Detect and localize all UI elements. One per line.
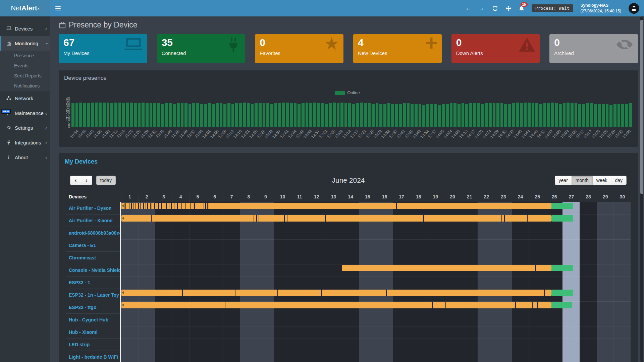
sidebar-item-settings[interactable]: Settings ‹ [0, 120, 50, 135]
grid-vline [206, 202, 206, 362]
today-column-highlight [562, 202, 580, 362]
panel-title: Device presence [59, 70, 638, 86]
day-header-9[interactable]: 9 [257, 194, 274, 202]
day-header-24[interactable]: 24 [512, 194, 529, 202]
day-header-11[interactable]: 11 [291, 194, 308, 202]
day-header-27[interactable]: 27 [563, 194, 580, 202]
grid-vline [189, 202, 190, 362]
day-header-7[interactable]: 7 [223, 194, 240, 202]
day-header-13[interactable]: 13 [325, 194, 342, 202]
weekend-column [257, 202, 274, 362]
sidebar-item-about[interactable]: i About ‹ [0, 150, 50, 165]
presence-event-now[interactable] [551, 265, 573, 271]
chart-plot: 4035302520151050 [63, 99, 632, 127]
avatar[interactable] [629, 3, 639, 14]
day-header-12[interactable]: 12 [308, 194, 325, 202]
presence-bar [239, 103, 242, 127]
card-favorites[interactable]: 0 Favorites ★ [255, 34, 343, 63]
day-header-3[interactable]: 3 [155, 194, 172, 202]
grid-vline [562, 202, 563, 362]
offline-gap-tick [177, 203, 178, 209]
device-name-link[interactable]: Hub - Xiaomi [66, 326, 120, 339]
day-header-2[interactable]: 2 [138, 194, 155, 202]
presence-event-online[interactable] [342, 265, 551, 271]
presence-bar [586, 103, 589, 127]
presence-event-now[interactable] [551, 302, 572, 308]
device-name-link[interactable]: ESP32 - ttgo [66, 301, 120, 314]
presence-bar [543, 103, 546, 127]
presence-event-online[interactable] [121, 203, 551, 209]
day-header-4[interactable]: 4 [172, 194, 189, 202]
submenu-item-sent-reports[interactable]: Sent Reports [0, 71, 50, 81]
card-down-alerts[interactable]: 0 Down Alerts [451, 34, 540, 63]
sidebar-toggle-icon[interactable] [50, 0, 66, 16]
presence-event-online[interactable] [121, 302, 551, 308]
day-header-6[interactable]: 6 [206, 194, 223, 202]
back-arrow-icon[interactable]: ← [465, 5, 471, 12]
card-new-devices[interactable]: 4 New Devices + [353, 34, 442, 63]
chevron-left-icon: ‹ [45, 26, 47, 31]
card-connected[interactable]: 35 Connected [157, 34, 246, 63]
day-header-22[interactable]: 22 [478, 194, 495, 202]
day-header-16[interactable]: 16 [376, 194, 393, 202]
forward-arrow-icon[interactable]: → [479, 5, 485, 12]
day-header-26[interactable]: 26 [546, 194, 563, 202]
day-header-10[interactable]: 10 [274, 194, 291, 202]
presence-event-now[interactable] [551, 215, 573, 222]
day-header-29[interactable]: 29 [597, 194, 614, 202]
day-header-21[interactable]: 21 [461, 194, 478, 202]
day-header-17[interactable]: 17 [393, 194, 410, 202]
sidebar-item-network[interactable]: Network [0, 91, 50, 106]
presence-event-now[interactable] [551, 290, 573, 296]
device-name-link[interactable]: Console - Nvidia Shield T [66, 264, 120, 277]
day-header-5[interactable]: 5 [189, 194, 206, 202]
device-name-link[interactable]: ESP32 - 1n - Laser Toy [66, 289, 120, 301]
day-header-15[interactable]: 15 [359, 194, 376, 202]
presence-event-now[interactable] [551, 203, 573, 209]
day-header-25[interactable]: 25 [529, 194, 546, 202]
sidebar-item-integrations[interactable]: Integrations ‹ [0, 135, 50, 150]
sidebar-item-monitoring[interactable]: Monitoring ‹ [0, 36, 50, 51]
day-header-8[interactable]: 8 [240, 194, 257, 202]
grid-vline [546, 202, 546, 362]
presence-bar [598, 104, 601, 127]
plus-icon: + [425, 34, 437, 54]
device-name-link[interactable]: Light - bedside B WiFi [66, 351, 120, 362]
day-header-20[interactable]: 20 [444, 194, 461, 202]
device-name-link[interactable]: android-68608b93a00e4 [66, 227, 120, 239]
presence-bar [368, 103, 371, 127]
app-logo[interactable]: NetAlertx [0, 0, 50, 16]
y-tick-label: 0 [68, 125, 70, 129]
submenu-item-events[interactable]: Events [0, 61, 50, 71]
day-header-28[interactable]: 28 [580, 194, 597, 202]
refresh-icon[interactable] [492, 6, 498, 11]
day-header-23[interactable]: 23 [495, 194, 512, 202]
presence-event-online[interactable] [121, 290, 551, 296]
sidebar-item-devices[interactable]: Devices ‹ [0, 21, 50, 36]
move-icon[interactable] [505, 5, 512, 11]
device-name-link[interactable]: Chromecast [66, 252, 120, 264]
device-name-link[interactable]: Air Purifier - Dyson [66, 202, 120, 215]
device-name-link[interactable]: ESP32 - 1 [66, 277, 120, 289]
sidebar-item-label: Settings [15, 125, 45, 131]
day-header-30[interactable]: 30 [614, 194, 631, 202]
chart-legend[interactable]: Online [63, 90, 632, 95]
device-name-link[interactable]: Air Purifier - Xiaomi [66, 215, 120, 227]
offline-gap-tick [256, 215, 257, 222]
scrollbar-thumb[interactable] [640, 20, 643, 194]
day-header-1[interactable]: 1 [121, 194, 138, 202]
presence-event-online[interactable] [121, 215, 551, 222]
day-header-14[interactable]: 14 [342, 194, 359, 202]
submenu-item-notifications[interactable]: Notifications [0, 81, 50, 91]
notifications-bell[interactable]: 15 [519, 5, 524, 11]
page-scrollbar[interactable] [640, 16, 643, 362]
device-name-link[interactable]: Hub - Cygnet Hub [66, 314, 120, 326]
device-name-link[interactable]: LED strip [66, 339, 120, 351]
day-header-18[interactable]: 18 [410, 194, 427, 202]
card-archived[interactable]: 0 Archived [549, 34, 638, 63]
submenu-item-presence[interactable]: Presence [0, 51, 50, 61]
device-name-link[interactable]: Camera - E1 [66, 239, 120, 252]
day-header-19[interactable]: 19 [427, 194, 444, 202]
card-my-devices[interactable]: 67 My Devices [59, 34, 147, 63]
sidebar-item-maintenance[interactable]: NEW Maintenance ‹ [0, 106, 50, 120]
